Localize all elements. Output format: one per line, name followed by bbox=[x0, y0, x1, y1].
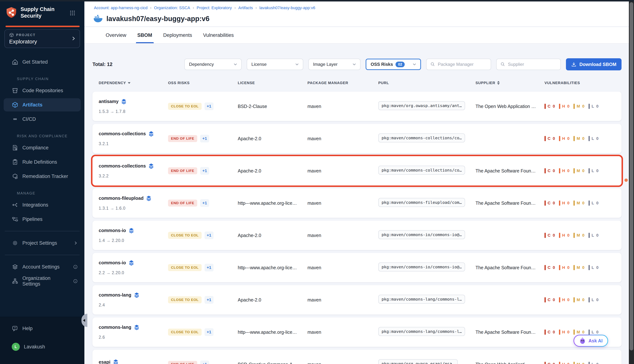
risk-badge[interactable]: CLOSE TO EOL bbox=[168, 329, 202, 336]
purl-value[interactable]: pkg:maven/commons-collections/co… bbox=[378, 134, 465, 142]
breadcrumb-account[interactable]: Account: app-harness-ng-cicd bbox=[94, 6, 148, 10]
breadcrumb-project[interactable]: Project: Exploratory bbox=[197, 6, 232, 10]
tab-deployments[interactable]: Deployments bbox=[163, 27, 192, 43]
user-menu[interactable]: L Lavakush bbox=[4, 340, 81, 353]
apps-grid-icon[interactable] bbox=[70, 10, 75, 16]
sidebar-item-rule-definitions[interactable]: Rule Definitions bbox=[4, 156, 81, 168]
info-icon[interactable] bbox=[73, 279, 78, 284]
breadcrumb-organization[interactable]: Organization: SSCA bbox=[154, 6, 190, 10]
table-row[interactable]: commons-fileupload 1.3.1 → 1.6.0 END OF … bbox=[93, 188, 621, 218]
package-manager-search-input[interactable] bbox=[438, 62, 487, 67]
sidebar-item-project-settings[interactable]: Project Settings bbox=[4, 236, 81, 250]
purl-value[interactable]: pkg:maven/org.owasp.antisamy/ant… bbox=[378, 101, 465, 110]
download-sbom-button[interactable]: Download SBOM bbox=[566, 58, 621, 70]
project-selector[interactable]: PROJECT Exploratory bbox=[5, 29, 80, 48]
risk-badge[interactable]: CLOSE TO EOL bbox=[168, 264, 202, 271]
table-row[interactable]: antisamy 1.5.3 → 1.7.8 CLOSE TO EOL +1 bbox=[93, 92, 621, 121]
column-header-package-manager[interactable]: PACKAGE MANAGER bbox=[307, 81, 378, 85]
risk-more-chip[interactable]: +1 bbox=[205, 102, 213, 110]
supplier-search-input[interactable] bbox=[508, 62, 557, 67]
tab-vulnerabilities[interactable]: Vulnerabilities bbox=[203, 27, 234, 43]
medium-count: M0 bbox=[573, 233, 585, 238]
sidebar-item-code-repositories[interactable]: Code Repositories bbox=[4, 84, 81, 97]
risk-badge[interactable]: END OF LIFE bbox=[168, 200, 197, 206]
risk-badge[interactable]: CLOSE TO EOL bbox=[168, 232, 202, 239]
sidebar-item-label: Get Started bbox=[22, 59, 48, 65]
dependency-name: commons-fileupload bbox=[99, 196, 143, 201]
low-bar-icon bbox=[588, 297, 590, 302]
scrollbar-thumb[interactable] bbox=[629, 2, 633, 350]
sidebar-item-account-settings[interactable]: Account Settings bbox=[4, 260, 81, 274]
purl-value[interactable]: pkg:maven/commons-lang/commons-l… bbox=[378, 327, 465, 336]
table-row[interactable]: commons-io 1.4 → 2.20.0 CLOSE TO EOL +1 bbox=[93, 221, 621, 250]
supplier-search[interactable] bbox=[496, 59, 561, 70]
table-row[interactable]: commons-lang 2.4 CLOSE TO EOL +1 Apache bbox=[93, 285, 621, 314]
column-header-license[interactable]: LICENSE bbox=[238, 81, 307, 85]
high-count: H0 bbox=[559, 136, 570, 141]
purl-value[interactable]: pkg:maven/commons-fileupload/com… bbox=[378, 198, 465, 207]
purl-cell: pkg:maven/commons-collections/co… bbox=[378, 166, 475, 176]
table-row[interactable]: commons-io 2.2 → 2.20.0 CLOSE TO EOL +1 bbox=[93, 253, 621, 282]
sidebar-item-compliance[interactable]: Compliance bbox=[4, 141, 81, 154]
medium-bar-icon bbox=[573, 168, 575, 174]
risk-more-chip[interactable]: +1 bbox=[205, 264, 213, 272]
risk-more-chip[interactable]: +1 bbox=[200, 360, 209, 364]
risk-badge[interactable]: CLOSE TO EOL bbox=[168, 296, 202, 303]
ask-ai-button[interactable]: Ask AI bbox=[573, 335, 608, 347]
info-icon[interactable] bbox=[73, 264, 78, 269]
oss-risks-filter-select[interactable]: OSS Risks 02 bbox=[366, 59, 421, 70]
low-count: L0 bbox=[588, 297, 599, 302]
table-row[interactable]: esapi END OF LIFE +1 BSD-Creative Comm bbox=[93, 350, 621, 364]
license-filter-select[interactable]: License bbox=[247, 59, 303, 70]
purl-value[interactable]: pkg:maven/org.owasp.esapi/esa… bbox=[378, 359, 458, 364]
sidebar-item-cicd[interactable]: CI/CD bbox=[4, 112, 81, 126]
low-count: L0 bbox=[588, 200, 599, 206]
app-logo[interactable]: Supply Chain Security bbox=[6, 6, 55, 19]
sidebar-item-remediation-tracker[interactable]: Remediation Tracker bbox=[4, 170, 81, 183]
package-manager-search[interactable] bbox=[426, 59, 491, 70]
scrollbar-track[interactable] bbox=[629, 0, 634, 364]
critical-bar-icon bbox=[544, 297, 546, 302]
risk-badge[interactable]: END OF LIFE bbox=[168, 361, 197, 364]
risk-more-chip[interactable]: +1 bbox=[200, 167, 209, 175]
breadcrumb-artifacts[interactable]: Artifacts bbox=[238, 6, 253, 10]
table-row[interactable]: commons-collections 3.2.2 END OF LIFE +1 bbox=[93, 156, 621, 186]
risk-badge[interactable]: END OF LIFE bbox=[168, 135, 197, 142]
sidebar-item-help[interactable]: ? Help bbox=[4, 322, 81, 335]
dependency-filter-select[interactable]: Dependency bbox=[184, 59, 242, 70]
package-manager-cell: maven bbox=[307, 136, 378, 141]
sidebar-item-integrations[interactable]: Integrations bbox=[4, 198, 81, 212]
table-row[interactable]: commons-lang 2.6 CLOSE TO EOL +1 http-- bbox=[93, 318, 621, 347]
purl-value[interactable]: pkg:maven/commons-lang/commons-l… bbox=[378, 295, 465, 304]
chevron-right-icon bbox=[71, 36, 76, 41]
risk-badge[interactable]: END OF LIFE bbox=[168, 167, 197, 174]
table-row[interactable]: commons-collections 3.2.1 END OF LIFE +1 bbox=[93, 124, 621, 153]
sidebar-item-get-started[interactable]: Get Started bbox=[4, 55, 81, 68]
column-header-supplier[interactable]: SUPPLIER bbox=[475, 81, 544, 85]
breadcrumb-artifact-name[interactable]: lavakush07/easy-buggy-app:v6 bbox=[259, 6, 315, 10]
risk-more-chip[interactable]: +1 bbox=[205, 296, 213, 304]
purl-value[interactable]: pkg:maven/commons-io/commons-io@… bbox=[378, 262, 465, 272]
risk-more-chip[interactable]: +1 bbox=[200, 199, 209, 207]
sidebar-item-organization-settings[interactable]: Organization Settings bbox=[4, 274, 81, 288]
risk-more-chip[interactable]: +1 bbox=[200, 135, 209, 142]
sidebar-item-pipelines[interactable]: Pipelines bbox=[4, 212, 81, 226]
image-layer-filter-select[interactable]: Image Layer bbox=[308, 59, 361, 70]
low-bar-icon bbox=[588, 233, 590, 238]
risk-more-chip[interactable]: +1 bbox=[205, 328, 213, 336]
tab-sbom[interactable]: SBOM bbox=[137, 27, 152, 43]
column-header-dependency[interactable]: DEPENDENCY bbox=[99, 81, 168, 85]
column-header-vulnerabilities[interactable]: VULNERABILITIES bbox=[544, 81, 616, 85]
purl-value[interactable]: pkg:maven/commons-io/commons-io@… bbox=[378, 230, 465, 239]
ai-robot-icon bbox=[579, 337, 586, 344]
tab-overview[interactable]: Overview bbox=[106, 27, 126, 43]
risk-badge[interactable]: CLOSE TO EOL bbox=[168, 103, 202, 110]
high-count: H0 bbox=[559, 265, 570, 270]
risk-more-chip[interactable]: +1 bbox=[205, 232, 213, 239]
purl-value[interactable]: pkg:maven/commons-collections/co… bbox=[378, 166, 465, 175]
oss-risk-cell: CLOSE TO EOL +1 bbox=[168, 296, 238, 304]
column-header-oss-risks[interactable]: OSS RISKS bbox=[168, 81, 238, 85]
column-header-purl[interactable]: PURL bbox=[378, 81, 475, 85]
code-repo-icon bbox=[12, 87, 18, 94]
sidebar-item-artifacts[interactable]: Artifacts bbox=[4, 98, 81, 112]
